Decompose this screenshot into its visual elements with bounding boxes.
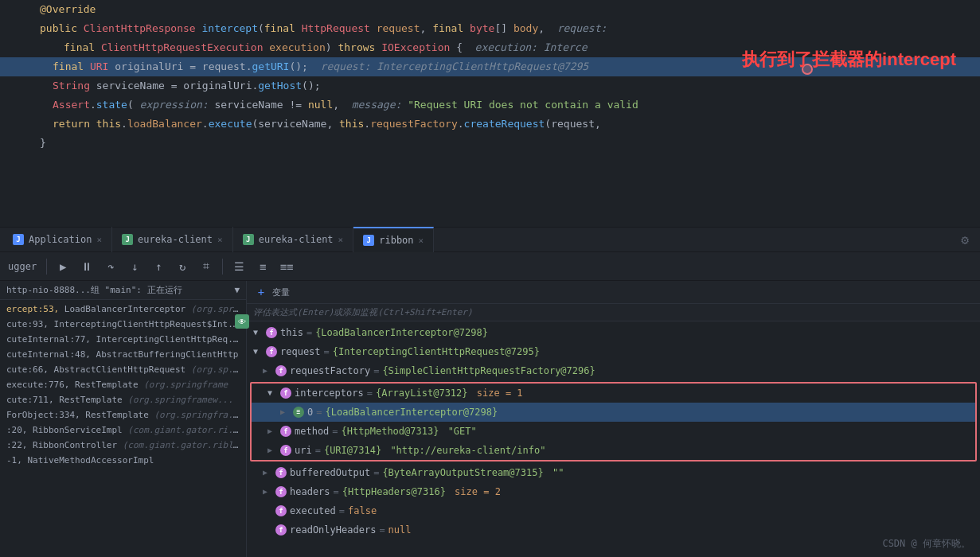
- variables-btn[interactable]: ≡: [252, 255, 274, 278]
- tab-eureka2-close[interactable]: ×: [338, 235, 344, 245]
- thread-header: http-nio-8888...组 "main": 正在运行 ▼: [0, 281, 246, 300]
- stack-frame-3[interactable]: cuteInternal:48, AbstractBufferingClient…: [0, 347, 246, 362]
- call-stack-panel: http-nio-8888...组 "main": 正在运行 ▼ ercept:…: [0, 281, 247, 557]
- icon-requestFactory: f: [275, 365, 287, 376]
- toolbar-separator-2: [222, 259, 223, 275]
- stack-frame-4[interactable]: cute:66, AbstractClientHttpRequest (org.…: [0, 362, 246, 377]
- icon-uri: f: [280, 445, 291, 456]
- tab-ribbon-label: ribbon: [379, 235, 413, 246]
- icon-readOnly: f: [275, 524, 287, 536]
- add-watch-btn[interactable]: +: [253, 284, 269, 300]
- var-requestFactory[interactable]: ▶ f requestFactory = {SimpleClientHttpRe…: [247, 361, 980, 380]
- var-method[interactable]: ▶ f method = {HttpMethod@7313} "GET": [252, 422, 975, 441]
- variables-panel: + 变量 评估表达式(Enter)或添加监视(Ctrl+Shift+Enter)…: [247, 281, 980, 557]
- stack-frame-6[interactable]: cute:711, RestTemplate (org.springframew…: [0, 392, 246, 407]
- variables-title: 变量: [272, 286, 290, 298]
- eval-bar[interactable]: 评估表达式(Enter)或添加监视(Ctrl+Shift+Enter): [247, 304, 980, 321]
- watches-btn[interactable]: ≡≡: [275, 255, 298, 278]
- var-interceptors-0[interactable]: ▶ ≡ 0 = {LoadBalancerInterceptor@7298}: [252, 403, 975, 422]
- step-into-btn[interactable]: ↓: [123, 255, 146, 278]
- code-line-5: String serviceName = originalUri.getHost…: [0, 76, 980, 95]
- watch-icon[interactable]: 👁: [235, 314, 247, 329]
- icon-0: ≡: [293, 407, 304, 418]
- stack-frame-1[interactable]: cute:93, InterceptingClientHttpRequest$I…: [0, 317, 246, 332]
- filter-icon[interactable]: ▼: [234, 285, 240, 295]
- arrow-requestFactory: ▶: [263, 363, 272, 379]
- var-bufferedOutput[interactable]: ▶ f bufferedOutput = {ByteArrayOutputStr…: [247, 463, 980, 482]
- code-line-3: final ClientHttpRequestExecution executi…: [0, 38, 980, 57]
- settings-icon[interactable]: ⚙: [953, 232, 977, 247]
- stack-frame-10[interactable]: -1, NativeMethodAccessorImpl: [0, 453, 246, 468]
- tab-eureka-2-label: eureka-client: [259, 234, 334, 245]
- variables-header: + 变量: [247, 281, 980, 304]
- java-icon-2: J: [122, 234, 133, 245]
- var-interceptors[interactable]: ▼ f interceptors = {ArrayList@7312} size…: [252, 384, 975, 403]
- arrow-method: ▶: [267, 423, 277, 439]
- code-line-7: return this.loadBalancer.execute(service…: [0, 115, 980, 134]
- icon-headers: f: [275, 486, 287, 497]
- step-over-btn[interactable]: ↷: [100, 255, 122, 278]
- debugger-label: ugger: [3, 261, 41, 272]
- code-editor: @Override public ClientHttpResponse inte…: [0, 0, 980, 227]
- tab-ribbon-close[interactable]: ×: [419, 236, 424, 246]
- icon-executed: f: [275, 505, 287, 516]
- side-icons: 👁: [235, 314, 247, 329]
- code-line-2: public ClientHttpResponse intercept(fina…: [0, 19, 980, 38]
- debug-toolbar: ugger ▶ ⏸ ↷ ↓ ↑ ↻ ⌗ ☰ ≡ ≡≡: [0, 252, 980, 281]
- tab-bar: J Application × J eureka-client × J eure…: [0, 227, 980, 252]
- java-icon-4: J: [363, 235, 374, 246]
- icon-bufferedOutput: f: [275, 467, 287, 478]
- stack-frame-9[interactable]: :22, RibbonController (com.giant.gator.r…: [0, 438, 246, 453]
- toolbar-btn-2[interactable]: ⏸: [76, 255, 98, 278]
- run-to-cursor-btn[interactable]: ↻: [171, 255, 193, 278]
- stack-frame-8[interactable]: :20, RibbonServiceImpl (com.giant.gator.…: [0, 423, 246, 438]
- frames-btn[interactable]: ☰: [228, 255, 250, 278]
- arrow-this: ▼: [253, 325, 263, 341]
- code-line-4-highlighted: final URI originalUri = request.getURI()…: [0, 57, 980, 76]
- debug-cursor: [802, 64, 813, 75]
- interceptors-box: ▼ f interceptors = {ArrayList@7312} size…: [250, 382, 977, 462]
- tab-application[interactable]: J Application ×: [3, 227, 112, 252]
- icon-request: f: [266, 346, 277, 357]
- variables-list: ▼ f this = {LoadBalancerInterceptor@7298…: [247, 321, 980, 557]
- toolbar-separator-1: [46, 259, 47, 275]
- java-icon-3: J: [243, 234, 254, 245]
- tab-application-close[interactable]: ×: [96, 235, 102, 245]
- code-line-1: @Override: [0, 0, 980, 19]
- tab-eureka-client-2[interactable]: J eureka-client ×: [233, 227, 354, 252]
- arrow-uri: ▶: [267, 442, 277, 458]
- arrow-request: ▼: [253, 344, 263, 360]
- annotation: @Override: [40, 1, 96, 18]
- call-stack-list: ercept:53, LoadBalancerInterceptor (org.…: [0, 300, 246, 557]
- tab-eureka-1-label: eureka-client: [138, 234, 213, 245]
- arrow-bufferedOutput: ▶: [263, 465, 272, 481]
- stack-frame-0[interactable]: ercept:53, LoadBalancerInterceptor (org.…: [0, 302, 246, 317]
- watermark: CSDN @ 何章怀晓。: [882, 537, 970, 551]
- var-this[interactable]: ▼ f this = {LoadBalancerInterceptor@7298…: [247, 323, 980, 342]
- var-executed[interactable]: ▶ f executed = false: [247, 501, 980, 520]
- step-out-btn[interactable]: ↑: [147, 255, 170, 278]
- var-uri[interactable]: ▶ f uri = {URI@7314} "http://eureka-clie…: [252, 441, 975, 460]
- debug-main: http-nio-8888...组 "main": 正在运行 ▼ ercept:…: [0, 281, 980, 557]
- icon-this: f: [266, 327, 277, 338]
- var-request[interactable]: ▼ f request = {InterceptingClientHttpReq…: [247, 342, 980, 361]
- resume-btn[interactable]: ▶: [52, 255, 74, 278]
- code-line-6: Assert.state( expression: serviceName !=…: [0, 95, 980, 115]
- tab-eureka1-close[interactable]: ×: [217, 235, 223, 245]
- icon-method: f: [280, 426, 291, 437]
- thread-header-text: http-nio-8888...组 "main": 正在运行: [6, 284, 182, 296]
- tab-application-label: Application: [29, 234, 92, 245]
- stack-frame-7[interactable]: ForObject:334, RestTemplate (org.springf…: [0, 407, 246, 423]
- tab-ribbon[interactable]: J ribbon ×: [353, 227, 434, 252]
- arrow-interceptors: ▼: [267, 385, 277, 401]
- java-icon: J: [13, 234, 24, 245]
- code-line-8: }: [0, 134, 980, 153]
- arrow-0: ▶: [280, 404, 290, 420]
- var-readOnlyHeaders[interactable]: ▶ f readOnlyHeaders = null: [247, 520, 980, 539]
- stack-frame-2[interactable]: cuteInternal:77, InterceptingClientHttpR…: [0, 332, 246, 347]
- tab-eureka-client-1[interactable]: J eureka-client ×: [112, 227, 233, 252]
- icon-interceptors: f: [280, 388, 291, 399]
- stack-frame-5[interactable]: execute:776, RestTemplate (org.springfra…: [0, 377, 246, 392]
- var-headers[interactable]: ▶ f headers = {HttpHeaders@7316} size = …: [247, 482, 980, 501]
- evaluate-btn[interactable]: ⌗: [195, 255, 217, 278]
